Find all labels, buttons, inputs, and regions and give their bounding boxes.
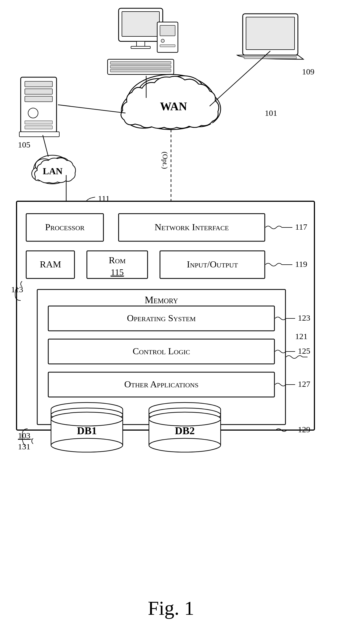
lan-cloud: LAN: [32, 155, 76, 184]
processor-label: Processor: [45, 222, 85, 232]
ref-119: 119: [295, 259, 307, 269]
ref-129: 129: [298, 425, 310, 434]
db2-label: DB2: [175, 425, 195, 436]
ref131-wave: [32, 438, 33, 444]
wan-cloud: WAN 101: [121, 74, 277, 130]
laptop-wan-line: [210, 51, 270, 106]
opt-label: (Opt.): [161, 152, 169, 169]
svg-rect-13: [246, 17, 295, 50]
ref-127: 127: [298, 379, 310, 388]
wan-label: WAN: [160, 100, 187, 113]
other-apps-label: Other Applications: [124, 379, 198, 389]
svg-point-49: [149, 412, 221, 426]
db2: DB2: [149, 402, 221, 452]
svg-rect-14: [244, 57, 296, 59]
svg-point-10: [161, 39, 164, 42]
diagram: 107 109 105: [0, 0, 342, 644]
ref-103: 103: [18, 431, 30, 440]
os-label: Operating System: [127, 313, 196, 323]
ref-121: 121: [295, 332, 308, 341]
laptop: [237, 14, 303, 59]
memory-label: Memory: [145, 294, 178, 305]
ref-101: 101: [265, 108, 277, 117]
ref-123: 123: [298, 313, 310, 322]
server-wan-line: [58, 105, 125, 113]
svg-point-19: [28, 108, 38, 118]
svg-rect-17: [25, 89, 52, 94]
ref-109: 109: [302, 67, 314, 76]
svg-rect-22: [19, 132, 59, 137]
ref-113: 113: [11, 285, 23, 294]
db1-label: DB1: [77, 425, 97, 436]
svg-rect-1: [122, 12, 159, 36]
server-lan-line: [43, 135, 48, 157]
server-tower: [19, 77, 59, 137]
svg-rect-18: [25, 96, 52, 102]
control-label: Control Logic: [133, 346, 190, 356]
ref-125: 125: [298, 346, 310, 355]
fig-label: Fig. 1: [148, 597, 194, 619]
svg-point-47: [149, 438, 221, 452]
io-label: Input/Output: [187, 259, 238, 269]
svg-rect-16: [25, 81, 52, 87]
svg-rect-9: [160, 25, 175, 36]
svg-rect-20: [25, 121, 52, 124]
rom-number: 115: [111, 267, 124, 277]
svg-point-40: [51, 438, 123, 452]
svg-rect-6: [110, 65, 171, 68]
lan-label: LAN: [43, 166, 63, 176]
svg-rect-5: [110, 61, 171, 64]
svg-rect-7: [110, 69, 171, 72]
desktop-computer: 107: [108, 8, 178, 84]
ram-label: RAM: [40, 259, 61, 269]
svg-rect-21: [25, 126, 52, 129]
rom-label: Rom: [109, 255, 125, 265]
db1: DB1: [51, 402, 123, 452]
ref-117: 117: [295, 222, 307, 231]
ref-131: 131: [18, 442, 30, 451]
svg-rect-11: [160, 45, 175, 47]
svg-point-42: [51, 412, 123, 426]
svg-rect-3: [131, 46, 150, 49]
ref-105: 105: [18, 140, 30, 149]
network-interface-label: Network Interface: [154, 222, 229, 232]
